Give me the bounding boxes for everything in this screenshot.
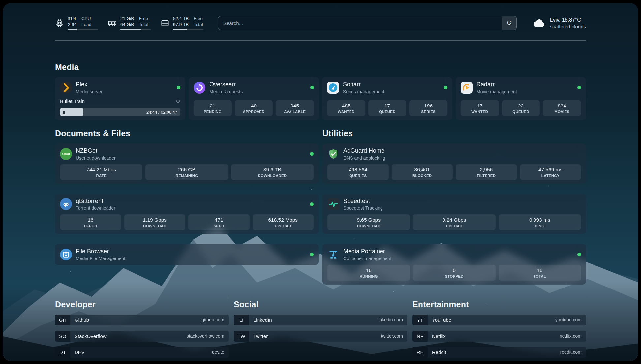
memory-widget: 21 GiB 64 GiB Free Total	[108, 16, 151, 30]
gear-icon[interactable]: ⚙	[176, 98, 180, 104]
section-title-developer: Developer	[55, 300, 229, 309]
service-card-qbittorrent[interactable]: qb qBittorrent Torrent downloader 16LEEC…	[55, 194, 319, 234]
stat-upload: 618.52 MbpsUPLOAD	[253, 214, 314, 230]
stat-download: 9.65 GbpsDOWNLOAD	[327, 214, 410, 230]
bookmark-youtube[interactable]: YT YouTube youtube.com	[412, 315, 586, 325]
stat-blocked: 86,401BLOCKED	[392, 164, 453, 180]
memory-progress-bar	[120, 29, 151, 30]
stat-available: 945AVAILABLE	[276, 100, 314, 116]
stat-remaining: 266 GBREMAINING	[145, 164, 228, 180]
cpu-icon	[55, 19, 64, 28]
bookmark-abbr: TW	[234, 331, 249, 342]
bookmark-url: linkedin.com	[377, 317, 407, 322]
bookmark-url: stackoverflow.com	[187, 333, 229, 339]
section-utilities: Utilities AdGuard Home DNS and adblockin…	[322, 129, 586, 285]
service-subtitle: Media Requests	[209, 89, 243, 94]
speedtest-icon	[327, 198, 339, 210]
bookmark-name: LinkedIn	[249, 317, 272, 323]
service-subtitle: Speedtest Tracking	[343, 205, 383, 211]
stat-queued: 17QUEUED	[368, 100, 407, 116]
service-card-speedtest[interactable]: Speedtest Speedtest Tracking 9.65 GbpsDO…	[322, 194, 586, 234]
stat-stopped: 0STOPPED	[413, 265, 495, 281]
playback-time: 24:44 / 02:06:47	[146, 110, 177, 115]
memory-total-label: Total	[139, 22, 148, 28]
playback-progress-bar: 24:44 / 02:06:47	[60, 108, 180, 116]
portainer-icon	[327, 249, 339, 260]
bookmark-github[interactable]: GH Github github.com	[55, 315, 229, 325]
now-playing-title: Bullet Train	[60, 98, 85, 104]
service-name: Speedtest	[343, 198, 383, 205]
stat-download: 1.19 GbpsDOWNLOAD	[124, 214, 186, 230]
background-snow-specks	[3, 3, 3, 3]
section-title-media: Media	[55, 62, 586, 72]
top-bar: 31% 2.94 CPU Load	[55, 15, 586, 32]
stat-leech: 16LEECH	[60, 214, 121, 230]
bookmark-twitter[interactable]: TW Twitter twitter.com	[234, 331, 407, 342]
bookmark-url: twitter.com	[381, 333, 407, 339]
search-provider-button[interactable]: G	[502, 16, 516, 30]
service-card-adguard[interactable]: AdGuard Home DNS and adblocking 498,564Q…	[322, 143, 586, 184]
search-bar: G	[218, 16, 517, 30]
stat-running: 16RUNNING	[327, 265, 410, 281]
cpu-percent: 31%	[68, 16, 76, 22]
bookmark-abbr: YT	[412, 315, 428, 325]
service-card-filebrowser[interactable]: File Browser Media File Management	[55, 244, 319, 265]
disk-widget: 52.4 TB 97.9 TB Free Total	[161, 16, 203, 30]
service-card-overseerr[interactable]: Overseerr Media Requests 21PENDING 40APP…	[189, 77, 319, 120]
stat-wanted: 17WANTED	[461, 100, 499, 116]
stat-rate: 744.21 MbpsRATE	[60, 164, 142, 180]
overseerr-icon	[194, 82, 205, 94]
bookmark-abbr: SO	[55, 331, 70, 342]
status-dot	[577, 86, 581, 89]
bookmark-linkedin[interactable]: LI LinkedIn linkedin.com	[234, 315, 407, 325]
service-card-portainer[interactable]: Media Portainer Container management 16R…	[322, 244, 586, 285]
service-subtitle: Series management	[343, 89, 384, 94]
bookmark-name: Reddit	[428, 349, 446, 355]
stat-movies: 834MOVIES	[543, 100, 581, 116]
disk-icon	[161, 19, 169, 28]
status-dot	[310, 86, 314, 89]
bookmark-name: StackOverflow	[70, 333, 107, 339]
service-name: Sonarr	[343, 81, 384, 88]
cpu-widget: 31% 2.94 CPU Load	[55, 16, 98, 30]
service-subtitle: DNS and adblocking	[343, 155, 385, 161]
cpu-label: CPU	[81, 16, 91, 22]
bookmark-url: github.com	[202, 317, 229, 322]
status-dot	[310, 152, 314, 156]
section-title-entertainment: Entertainment	[412, 300, 586, 309]
bookmark-stackoverflow[interactable]: SO StackOverflow stackoverflow.com	[55, 331, 229, 342]
stat-series: 196SERIES	[409, 100, 447, 116]
dashboard-screen: 31% 2.94 CPU Load	[3, 3, 638, 361]
status-dot	[177, 86, 180, 89]
service-name: qBittorrent	[76, 198, 115, 205]
stat-downloaded: 39.6 TBDOWNLOADED	[231, 164, 314, 180]
bookmark-abbr: RE	[412, 347, 428, 358]
bookmark-url: netflix.com	[560, 333, 586, 339]
bookmark-abbr: LI	[234, 315, 249, 325]
service-subtitle: Usenet downloader	[76, 155, 116, 161]
search-input[interactable]	[218, 16, 502, 30]
bookmark-reddit[interactable]: RE Reddit reddit.com	[412, 347, 586, 358]
stat-wanted: 485WANTED	[327, 100, 365, 116]
weather-location-temp: Lviv, 16.87°C	[550, 17, 586, 23]
service-name: Overseerr	[209, 81, 243, 88]
bookmark-dev[interactable]: DT DEV dev.to	[55, 347, 229, 358]
service-card-nzbget[interactable]: nzbget NZBGet Usenet downloader 744.21 M…	[55, 143, 319, 184]
bookmark-url: dev.to	[212, 349, 229, 355]
cloud-icon	[533, 16, 546, 30]
service-card-radarr[interactable]: Radarr Movie management 17WANTED 22QUEUE…	[456, 77, 586, 120]
bookmark-abbr: GH	[55, 315, 70, 325]
pause-icon	[60, 111, 65, 114]
service-card-plex[interactable]: Plex Media server Bullet Train ⚙ 24:44 /…	[55, 77, 185, 120]
bookmark-group-social: Social LI LinkedIn linkedin.com TW Twitt…	[234, 300, 407, 347]
service-card-sonarr[interactable]: Sonarr Series management 485WANTED 17QUE…	[322, 77, 452, 120]
section-documents: Documents & Files nzbget NZBGet Usenet d…	[55, 129, 319, 265]
bookmark-url: reddit.com	[560, 349, 586, 355]
status-dot	[310, 202, 314, 206]
service-name: Plex	[76, 81, 103, 88]
service-subtitle: Media server	[76, 89, 103, 94]
status-dot	[577, 253, 581, 256]
bookmark-url: youtube.com	[555, 317, 586, 322]
nzbget-icon: nzbget	[60, 148, 72, 160]
bookmark-netflix[interactable]: NF Netflix netflix.com	[412, 331, 586, 342]
